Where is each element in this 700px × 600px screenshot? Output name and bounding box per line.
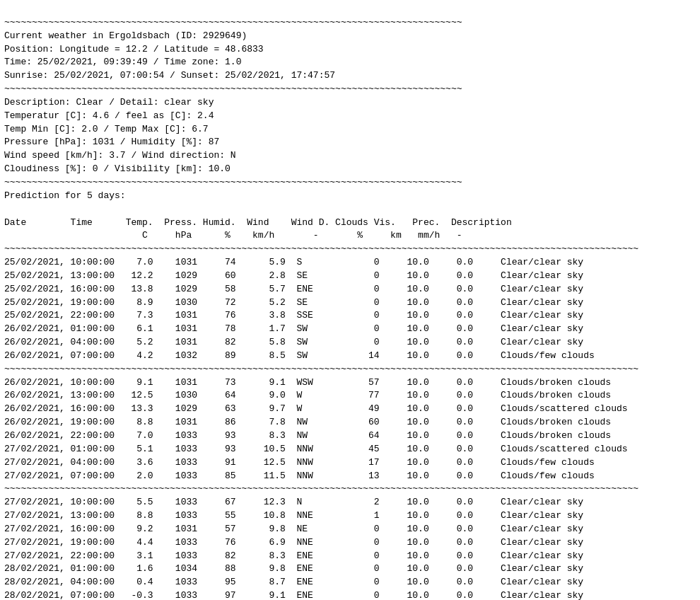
separator-top: ~~~~~~~~~~~~~~~~~~~~~~~~~~~~~~~~~~~~~~~~… bbox=[4, 17, 462, 28]
temp-line: Temperatur [C]: 4.6 / feel as [C]: 2.4 bbox=[4, 110, 214, 121]
pressure-line: Pressure [hPa]: 1031 / Humidity [%]: 87 bbox=[4, 137, 219, 147]
city-title: Current weather in Ergoldsbach (ID: 2929… bbox=[4, 30, 247, 41]
cloudiness-line: Cloudiness [%]: 0 / Visibility [km]: 10.… bbox=[4, 163, 231, 174]
position-line: Position: Longitude = 12.2 / Latitude = … bbox=[4, 44, 264, 54]
time-line: Time: 25/02/2021, 09:39:49 / Time zone: … bbox=[4, 57, 241, 67]
temp-min-max-line: Temp Min [C]: 2.0 / Temp Max [C]: 6.7 bbox=[4, 124, 209, 134]
weather-display: ~~~~~~~~~~~~~~~~~~~~~~~~~~~~~~~~~~~~~~~~… bbox=[4, 3, 696, 203]
sun-line: Sunrise: 25/02/2021, 07:00:54 / Sunset: … bbox=[4, 70, 335, 81]
prediction-label: Prediction for 5 days: bbox=[4, 190, 126, 201]
description-line: Description: Clear / Detail: clear sky bbox=[4, 97, 214, 108]
forecast-table: Date Time Temp. Press. Humid. Wind Wind … bbox=[4, 203, 696, 600]
separator2: ~~~~~~~~~~~~~~~~~~~~~~~~~~~~~~~~~~~~~~~~… bbox=[4, 83, 462, 94]
wind-line: Wind speed [km/h]: 3.7 / Wind direction:… bbox=[4, 150, 236, 161]
separator3: ~~~~~~~~~~~~~~~~~~~~~~~~~~~~~~~~~~~~~~~~… bbox=[4, 177, 462, 188]
